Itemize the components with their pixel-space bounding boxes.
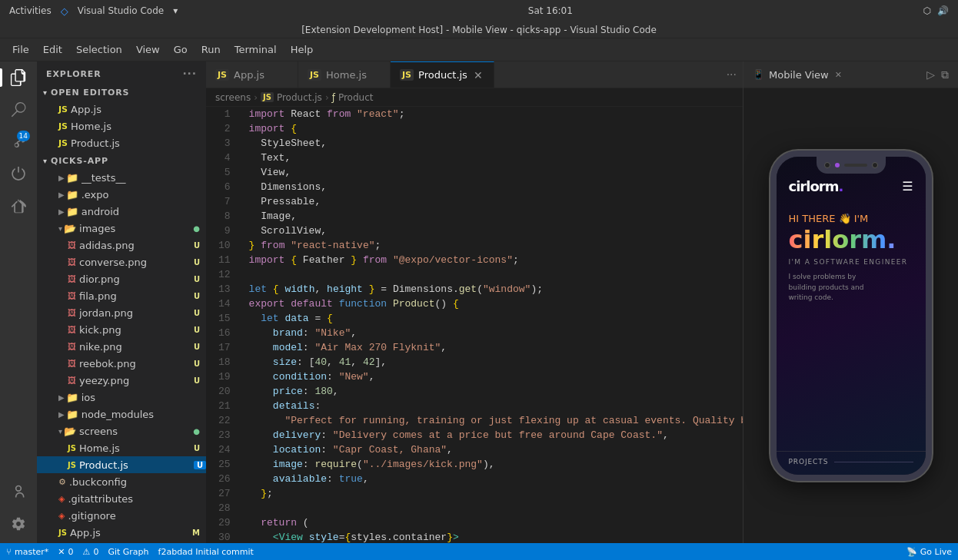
line-code: import { Feather } from "@expo/vector-ic… <box>243 253 743 267</box>
activity-account[interactable] <box>5 479 32 505</box>
tab-home-js-label: Home.js <box>326 69 367 81</box>
sound-icon: 🔊 <box>937 5 949 16</box>
status-git-graph[interactable]: Git Graph <box>108 547 148 557</box>
open-editor-app-js[interactable]: JS App.js <box>37 101 206 118</box>
breadcrumb-sep-2: › <box>325 92 329 103</box>
tree-app-js[interactable]: JS App.js M <box>37 524 206 541</box>
open-editor-home-js[interactable]: JS Home.js <box>37 118 206 134</box>
activity-settings[interactable] <box>5 511 32 537</box>
activity-explorer[interactable] <box>5 65 32 91</box>
menu-edit[interactable]: Edit <box>37 41 68 58</box>
activities-label[interactable]: Activities <box>9 5 52 16</box>
editor-area: JS App.js JS Home.js JS Product.js ✕ ···… <box>206 61 743 543</box>
menu-selection[interactable]: Selection <box>70 41 128 58</box>
activity-run-debug[interactable] <box>5 161 32 187</box>
tree-adidas[interactable]: 🖼 adidas.png U <box>37 237 206 253</box>
mobile-panel-close-x[interactable]: ✕ <box>835 70 842 80</box>
menu-run[interactable]: Run <box>195 41 227 58</box>
status-warnings[interactable]: ⚠ 0 <box>83 547 99 557</box>
tree-reebok[interactable]: 🖼 reebok.png U <box>37 355 206 372</box>
tree-app-json[interactable]: {} app.json <box>37 541 206 543</box>
git-icon: ◈ <box>58 511 65 521</box>
menu-help[interactable]: Help <box>284 41 320 58</box>
hamburger-menu[interactable]: ☰ <box>902 179 913 194</box>
kick-badge: U <box>194 326 206 334</box>
open-editor-home-js-label: Home.js <box>71 121 206 132</box>
breadcrumb-product-fn[interactable]: Product <box>338 92 374 103</box>
code-line-6: 6 Dimensions, <box>206 180 743 194</box>
tree-product-js[interactable]: JS Product.js U <box>37 456 206 473</box>
tree-home-js[interactable]: JS Home.js U <box>37 439 206 456</box>
status-branch[interactable]: ⑂ master* <box>6 547 48 557</box>
system-bar-left: Activities ◇ Visual Studio Code ▾ <box>9 5 178 17</box>
tab-app-js-label: App.js <box>234 69 264 81</box>
tree-android[interactable]: ▶ 📁 android <box>37 203 206 220</box>
app-arrow[interactable]: ▾ <box>173 5 178 16</box>
mobile-panel-title: Mobile View <box>769 69 829 81</box>
line-number: 15 <box>206 311 243 326</box>
menu-view[interactable]: View <box>130 41 166 58</box>
qicks-app-section[interactable]: ▾ QICKS-APP <box>37 151 206 169</box>
tree-gitattributes[interactable]: ◈ .gitattributes <box>37 490 206 507</box>
tree-buckconfig[interactable]: ⚙ .buckconfig <box>37 473 206 490</box>
tab-close-button[interactable]: ✕ <box>472 69 484 81</box>
tree-node-modules[interactable]: ▶ 📁 node_modules <box>37 406 206 422</box>
breadcrumb-product-js[interactable]: Product.js <box>277 92 322 103</box>
screens-badge: ● <box>193 427 206 436</box>
product-badge: U <box>194 461 206 469</box>
status-errors[interactable]: ✕ 0 <box>58 547 73 557</box>
line-code: Pressable, <box>243 194 743 209</box>
line-number: 26 <box>206 472 243 486</box>
tree-fila[interactable]: 🖼 fila.png U <box>37 287 206 304</box>
projects-line <box>834 462 913 462</box>
menu-go[interactable]: Go <box>168 41 194 58</box>
line-number: 21 <box>206 399 243 413</box>
activity-search[interactable] <box>5 97 32 123</box>
js-icon: JS <box>58 529 67 537</box>
img-icon: 🖼 <box>68 308 76 318</box>
status-commit[interactable]: f2abdad Initial commit <box>158 547 254 557</box>
tab-home-js[interactable]: JS Home.js <box>298 61 391 88</box>
menu-terminal[interactable]: Terminal <box>228 41 283 58</box>
tree-gitignore[interactable]: ◈ .gitignore <box>37 507 206 524</box>
app-name-label[interactable]: Visual Studio Code <box>78 5 164 16</box>
folder-icon: 📁 <box>66 189 78 200</box>
tree-converse[interactable]: 🖼 converse.png U <box>37 253 206 270</box>
commit-label: f2abdad Initial commit <box>158 547 254 557</box>
activity-extensions[interactable] <box>5 194 32 220</box>
code-line-24: 24 location: "Capr Coast, Ghana", <box>206 442 743 457</box>
line-code <box>243 267 743 282</box>
tree-screens[interactable]: ▾ 📂 screens ● <box>37 422 206 439</box>
tree-expo[interactable]: ▶ 📁 .expo <box>37 186 206 203</box>
tree-jordan-label: jordan.png <box>79 307 194 319</box>
code-editor[interactable]: 1import React from "react";2import {3 St… <box>206 107 743 543</box>
mobile-panel-split-btn[interactable]: ⧉ <box>941 68 949 81</box>
tree-dior[interactable]: 🖼 dior.png U <box>37 270 206 287</box>
tree-images[interactable]: ▾ 📂 images ● <box>37 220 206 237</box>
tree-nike-label: nike.png <box>79 341 194 353</box>
open-editor-product-js[interactable]: JS Product.js <box>37 134 206 151</box>
line-code: condition: "New", <box>243 369 743 384</box>
tree-yeezy[interactable]: 🖼 yeezy.png U <box>37 372 206 389</box>
folder-arrow: ▶ <box>58 393 65 402</box>
js-icon: JS <box>68 444 76 452</box>
line-number: 28 <box>206 501 243 515</box>
explorer-header[interactable]: EXPLORER ··· <box>37 61 206 83</box>
activity-bar-bottom <box>5 479 32 537</box>
line-code: Dimensions, <box>243 180 743 194</box>
tree-ios[interactable]: ▶ 📁 ios <box>37 389 206 406</box>
tab-more-button[interactable]: ··· <box>720 68 743 81</box>
tab-product-js[interactable]: JS Product.js ✕ <box>391 61 494 88</box>
menu-file[interactable]: File <box>6 41 35 58</box>
tree-tests[interactable]: ▶ 📁 __tests__ <box>37 169 206 186</box>
open-editors-section[interactable]: ▾ OPEN EDITORS <box>37 83 206 101</box>
tab-app-js[interactable]: JS App.js <box>206 61 298 88</box>
activity-source-control[interactable]: 14 <box>5 129 32 155</box>
tree-kick[interactable]: 🖼 kick.png U <box>37 321 206 338</box>
tree-nike[interactable]: 🖼 nike.png U <box>37 338 206 355</box>
breadcrumb-screens[interactable]: screens <box>215 92 251 103</box>
mobile-panel-play-btn[interactable]: ▷ <box>926 68 935 81</box>
status-go-live[interactable]: 📡 Go Live <box>906 547 952 557</box>
tree-jordan[interactable]: 🖼 jordan.png U <box>37 304 206 321</box>
explorer-dots[interactable]: ··· <box>182 68 197 80</box>
